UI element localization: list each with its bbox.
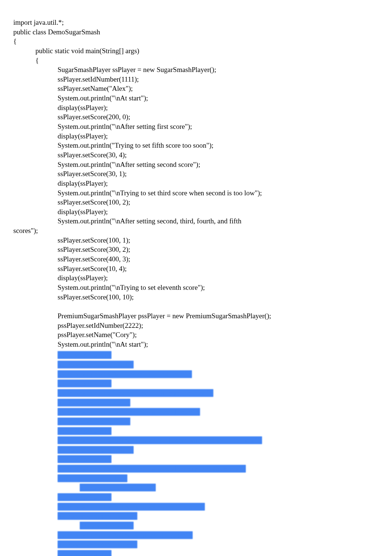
highlighted-code-line: display(pssPlayer); <box>13 350 379 360</box>
code-line: ssPlayer.setScore(200, 0); <box>13 112 379 122</box>
highlighted-code-line: pssPlayer.setScore(100, 2); <box>13 445 379 455</box>
code-line: ssPlayer.setScore(100, 1); <box>13 236 379 245</box>
code-line: public static void main(String[] args) <box>13 46 379 56</box>
code-line: pssPlayer.setName("Cory"); <box>13 330 379 340</box>
code-line: System.out.println("\nAfter setting firs… <box>13 122 379 131</box>
code-line: ssPlayer.setScore(300, 2); <box>13 245 379 254</box>
code-line: ssPlayer.setScore(100, 10); <box>13 292 379 302</box>
highlighted-code-line: display(pssPlayer); <box>13 426 379 436</box>
highlighted-code-line: for(int x = 1; x < 8; ++x) <box>13 474 379 483</box>
code-line: System.out.println("\nTrying to set elev… <box>13 283 379 292</box>
code-line: SugarSmashPlayer ssPlayer = new SugarSma… <box>13 65 379 75</box>
highlighted-code-line: System.out.println("\nTrying to set elev… <box>13 502 379 512</box>
highlighted-code-block: display(pssPlayer);pssPlayer.setScore(20… <box>13 350 379 556</box>
code-line: ssPlayer.setIdNumber(1111); <box>13 75 379 84</box>
code-line: pssPlayer.setIdNumber(2222); <box>13 321 379 330</box>
code-line: { <box>13 56 379 65</box>
code-line: display(ssPlayer); <box>13 273 379 283</box>
code-line <box>13 302 379 311</box>
code-line: System.out.println("\nTrying to set thir… <box>13 188 379 198</box>
code-line: ssPlayer.setScore(30, 1); <box>13 169 379 179</box>
code-line: display(ssPlayer); <box>13 179 379 188</box>
code-line: public class DemoSugarSmash <box>13 27 379 37</box>
code-line: ssPlayer.setScore(10, 4); <box>13 264 379 274</box>
highlighted-code-line: pssPlayer.setScore(100, 10); <box>13 511 379 521</box>
highlighted-code-line: System.out.println("Trying to set fifth … <box>13 388 379 398</box>
highlighted-code-line: display(pssPlayer); <box>13 492 379 502</box>
highlighted-code-line: System.out.println("\nAfter setting firs… <box>13 370 379 379</box>
code-line: { <box>13 37 379 46</box>
code-line: System.out.println("\nAfter setting seco… <box>13 216 379 226</box>
highlighted-code-line: display(pssPlayer); <box>13 521 379 531</box>
code-line: ssPlayer.setScore(400, 3); <box>13 254 379 264</box>
code-line: ssPlayer.setName("Alex"); <box>13 84 379 93</box>
code-line: System.out.println("Trying to set fifth … <box>13 141 379 150</box>
code-line: display(ssPlayer); <box>13 131 379 141</box>
highlighted-code-line: display(pssPlayer); <box>13 379 379 388</box>
code-line: import java.util.*; <box>13 18 379 27</box>
highlighted-code-line: pssPlayer.setScore(100, 50); <box>13 540 379 549</box>
code-line: System.out.println("\nAfter setting seco… <box>13 160 379 169</box>
highlighted-code-line: display(pssPlayer); <box>13 549 379 556</box>
highlighted-code-line: pssPlayer.setScore(30, 4); <box>13 398 379 408</box>
code-line: display(ssPlayer); <box>13 103 379 113</box>
code-line: PremiumSugarSmashPlayer pssPlayer = new … <box>13 311 379 321</box>
highlighted-code-line: pssPlayer.setScore(200, 0); <box>13 360 379 370</box>
highlighted-code-line: pssPlayer.setScore(100, x); <box>13 483 379 492</box>
code-line: ssPlayer.setScore(30, 4); <box>13 150 379 160</box>
document-page: import java.util.*;public class DemoSuga… <box>0 0 392 556</box>
code-line: System.out.println("\nAt start"); <box>13 340 379 349</box>
highlighted-code-line: pssPlayer.setScore(30, 1); <box>13 417 379 426</box>
code-line: ssPlayer.setScore(100, 2); <box>13 198 379 207</box>
highlighted-code-line: System.out.println("\nTrying to set thir… <box>13 436 379 445</box>
code-line: display(ssPlayer); <box>13 207 379 217</box>
code-line: scores"); <box>13 226 379 236</box>
highlighted-code-line: System.out.println("\nAfter setting seco… <box>13 464 379 474</box>
highlighted-code-line: System.out.println("\nTrying to set 51st… <box>13 531 379 540</box>
highlighted-code-line: System.out.println("\nAfter setting seco… <box>13 407 379 417</box>
highlighted-code-line: display(pssPlayer); <box>13 454 379 464</box>
code-line: System.out.println("\nAt start"); <box>13 93 379 103</box>
code-block: import java.util.*;public class DemoSuga… <box>13 18 379 349</box>
